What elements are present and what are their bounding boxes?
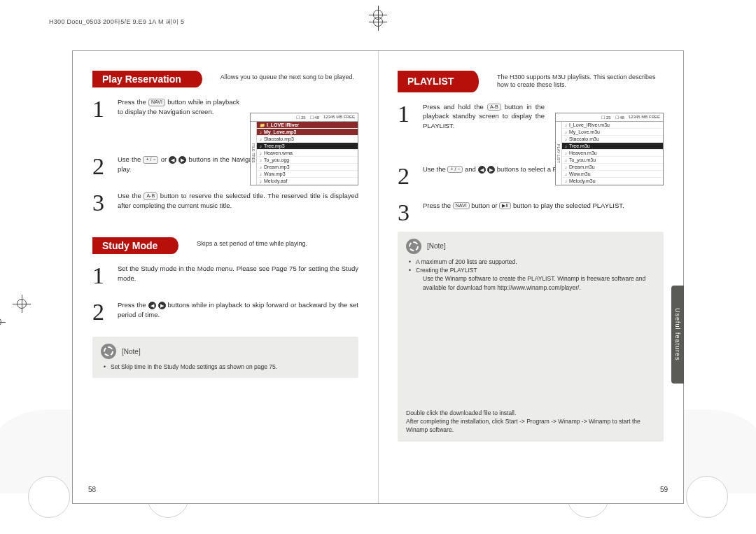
list-item: Melody.m3u (562, 178, 663, 185)
screen-file-list: I_Love_iRiver.m3u My_Love.m3u Staccato.m… (562, 122, 663, 185)
status-val: 12345 MB FREE (629, 115, 660, 120)
step-number: 2 (398, 164, 414, 188)
step-number: 2 (92, 155, 109, 178)
heading-title: Play Reservation (102, 73, 181, 85)
prev-button-icon: ◀ (169, 156, 176, 164)
step-text: Press the NAVI button or ▶II button to p… (423, 201, 664, 225)
note-icon (101, 344, 116, 359)
screen-side-tabs: FILE TREE (251, 122, 257, 185)
heading-pill: Study Mode (92, 237, 167, 254)
step-number: 3 (92, 191, 109, 215)
note-line: Double click the downloaded file to inst… (406, 409, 655, 417)
navi-button-icon: NAVI (453, 202, 470, 209)
step-1: 1 Set the Study mode in the Mode menu. P… (92, 264, 358, 288)
step-text: Press the ◀ ▶ buttons while in playback … (118, 300, 358, 324)
page-right: PLAYLIST The H300 supports M3U playlists… (378, 51, 683, 503)
screen-file-list: I_LOVE iRiver My_Love.mp3 Staccato.mp3 T… (257, 122, 358, 185)
step-text: Use the A-B button to reserve the select… (118, 191, 358, 215)
step-number: 1 (92, 97, 109, 121)
page-spread: Play Reservation Allows you to queue the… (72, 50, 684, 504)
list-item-selected: Tree.m3u (562, 143, 663, 150)
note-line: After completing the installation, click… (406, 417, 655, 435)
bg-wheel (686, 476, 728, 518)
status-val: 12345 MB FREE (323, 115, 355, 120)
page-number-right: 59 (660, 486, 668, 493)
note-body: Set Skip time in the Study Mode settings… (101, 363, 350, 371)
section-side-tab: Useful features (671, 286, 684, 384)
screen-statusbar: ☐ 25 ☐ 48 12345 MB FREE (251, 113, 358, 122)
list-item: To_you.ogg (257, 157, 358, 164)
status-val: ☐ 48 (310, 115, 319, 120)
page-number-left: 58 (88, 486, 96, 493)
registration-mark-right (0, 313, 6, 331)
plus-minus-button-icon: + / − (143, 156, 158, 163)
list-item: I_Love_iRiver.m3u (562, 122, 663, 129)
next-button-icon: ▶ (178, 156, 186, 164)
list-item: My_Love.mp3 (257, 129, 358, 136)
prev-button-icon: ◀ (478, 166, 486, 174)
heading-study-mode: Study Mode Skips a set period of time wh… (92, 237, 358, 254)
step-text: Press the NAVI button while in playback … (118, 97, 239, 121)
crop-mark-text: H300 Docu_0503 200타5/E 9.E9 1A M 페이 5 (49, 17, 184, 27)
heading-pill: Play Reservation (92, 71, 191, 87)
prev-button-icon: ◀ (148, 302, 156, 309)
step-number: 1 (398, 102, 414, 131)
plus-minus-button-icon: + / − (447, 166, 463, 173)
step-number: 1 (92, 264, 109, 288)
step-3: 3 Use the A-B button to reserve the sele… (92, 191, 358, 215)
note-label: [Note] (122, 348, 141, 356)
ab-button-icon: A-B (487, 104, 501, 111)
note-box: [Note] Set Skip time in the Study Mode s… (92, 337, 358, 378)
list-item: To_you.m3u (562, 157, 663, 164)
step-text: Set the Study mode in the Mode menu. Ple… (118, 264, 358, 288)
list-item: Heaven.m3u (562, 150, 663, 157)
heading-subtitle: The H300 supports M3U playlists. This se… (468, 71, 664, 92)
note-line: A maximum of 200 lists are supported. (409, 258, 655, 266)
note-footer: Double click the downloaded file to inst… (406, 409, 655, 435)
list-item: I_LOVE iRiver (257, 122, 358, 129)
heading-subtitle: Skips a set period of time while playing… (167, 237, 358, 254)
screen-statusbar: ☐ 25 ☐ 48 12345 MB FREE (556, 113, 663, 122)
bg-wheel (28, 476, 70, 518)
navi-button-icon: NAVI (148, 99, 165, 106)
note-line: Use the Winamp software to create the PL… (409, 274, 655, 292)
registration-mark-left (13, 295, 31, 313)
page-left: Play Reservation Allows you to queue the… (73, 51, 378, 503)
heading-subtitle: Allows you to queue the next song to be … (191, 71, 358, 87)
note-line: Set Skip time in the Study Mode settings… (104, 363, 350, 371)
screen-side-tabs: PLAY LIST (556, 122, 562, 185)
status-val: ☐ 25 (601, 115, 610, 120)
list-item-selected: Tree.mp3 (257, 143, 358, 150)
heading-playlist: PLAYLIST The H300 supports M3U playlists… (398, 71, 664, 92)
list-item: Melody.asf (257, 178, 358, 185)
next-button-icon: ▶ (158, 302, 166, 309)
list-item: Heaven.wma (257, 150, 358, 157)
list-item: Staccato.mp3 (257, 136, 358, 143)
list-item: My_Love.m3u (562, 129, 663, 136)
list-item: Dream.mp3 (257, 164, 358, 171)
status-val: ☐ 48 (615, 115, 624, 120)
note-icon (406, 239, 421, 254)
note-body: A maximum of 200 lists are supported. Cr… (406, 258, 655, 292)
heading-play-reservation: Play Reservation Allows you to queue the… (92, 71, 358, 87)
list-item: Dream.m3u (562, 164, 663, 171)
note-label: [Note] (427, 242, 446, 250)
heading-title: PLAYLIST (407, 76, 454, 87)
heading-title: Study Mode (102, 240, 158, 251)
note-line: Creating the PLAYLIST (409, 266, 655, 274)
step-number: 3 (398, 201, 414, 225)
step-2: 2 Press the ◀ ▶ buttons while in playbac… (92, 300, 358, 324)
list-item: Staccato.m3u (562, 136, 663, 143)
registration-mark-bottom (369, 6, 387, 24)
step-number: 2 (92, 300, 109, 324)
list-item: Wow.m3u (562, 171, 663, 178)
list-item: Wow.mp3 (257, 171, 358, 178)
status-val: ☐ 25 (296, 115, 305, 120)
play-pause-button-icon: ▶II (499, 202, 511, 209)
note-box: [Note] A maximum of 200 lists are suppor… (398, 232, 664, 442)
step-3: 3 Press the NAVI button or ▶II button to… (398, 201, 664, 225)
step-text: Press and hold the A-B button in the pla… (423, 102, 545, 131)
next-button-icon: ▶ (487, 166, 495, 174)
device-screen-navigation: ☐ 25 ☐ 48 12345 MB FREE FILE TREE I_LOVE… (250, 113, 358, 185)
heading-pill: PLAYLIST (398, 71, 468, 92)
